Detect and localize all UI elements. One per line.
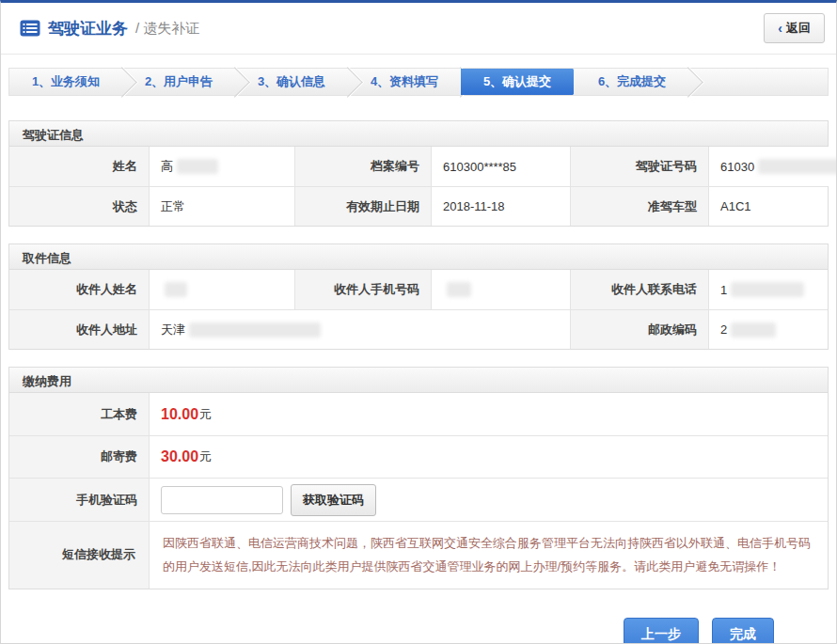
- postal-code-value: 2: [709, 309, 828, 349]
- work-fee-amount: 10.00: [161, 406, 198, 423]
- mail-fee-amount: 30.00: [161, 448, 198, 465]
- step-3-confirm-info: 3、确认信息: [235, 69, 348, 95]
- fees-section-title: 缴纳费用: [9, 368, 828, 393]
- recipient-mobile-label: 收件人手机号码: [295, 270, 432, 309]
- work-fee-unit: 元: [199, 406, 212, 423]
- name-label: 姓名: [9, 147, 150, 186]
- finish-button[interactable]: 完成: [712, 618, 774, 644]
- work-fee-row: 工本费 10.00 元: [9, 393, 828, 435]
- back-button-label: 返回: [786, 20, 811, 37]
- redacted-value: [731, 282, 804, 297]
- mail-fee-value: 30.00 元: [150, 435, 828, 478]
- driver-license-service-page: 驾驶证业务 / 遗失补证 ‹ 返回 1、业务须知 2、用户申告 3、确认信息 4…: [0, 0, 837, 644]
- recipient-phone-value: 1: [709, 270, 828, 309]
- license-row-1: 姓名 高 档案编号 610300****85 驾驶证号码 61030: [9, 147, 828, 186]
- mail-fee-label: 邮寄费: [9, 435, 150, 478]
- previous-step-button[interactable]: 上一步: [624, 618, 699, 644]
- step-4-fill-materials: 4、资料填写: [348, 69, 461, 95]
- mail-fee-unit: 元: [199, 448, 212, 465]
- sms-notice-cell: 因陕西省联通、电信运营商技术问题，陕西省互联网交通安全综合服务管理平台无法向持陕…: [150, 521, 828, 589]
- get-code-button[interactable]: 获取验证码: [291, 484, 376, 516]
- vehicle-class-label: 准驾车型: [571, 186, 709, 226]
- sms-code-input[interactable]: [161, 486, 283, 514]
- expiry-value: 2018-11-18: [432, 186, 571, 226]
- work-fee-label: 工本费: [9, 393, 150, 435]
- recipient-name-label: 收件人姓名: [9, 270, 150, 309]
- license-info-section: 驾驶证信息 姓名 高 档案编号 610300****85 驾驶证号码 61030…: [8, 120, 829, 227]
- sms-notice-text: 因陕西省联通、电信运营商技术问题，陕西省互联网交通安全综合服务管理平台无法向持陕…: [163, 531, 814, 579]
- file-no-value: 610300****85: [432, 147, 571, 186]
- expiry-label: 有效期止日期: [295, 186, 432, 226]
- sms-notice-label: 短信接收提示: [9, 521, 150, 589]
- chevron-left-icon: ‹: [778, 22, 782, 35]
- status-value: 正常: [150, 186, 295, 226]
- redacted-value: [177, 159, 218, 174]
- pickup-section-title: 取件信息: [9, 244, 828, 270]
- license-row-2: 状态 正常 有效期止日期 2018-11-18 准驾车型 A1C1: [9, 186, 828, 226]
- step-5-confirm-submit-active: 5、确认提交: [461, 69, 574, 95]
- recipient-address-label: 收件人地址: [9, 309, 150, 349]
- step-1-business-notice: 1、业务须知: [9, 69, 122, 95]
- mail-fee-row: 邮寄费 30.00 元: [9, 435, 828, 478]
- fees-section: 缴纳费用 工本费 10.00 元 邮寄费 30.00 元 手机验证码 获取验证码…: [8, 367, 829, 589]
- back-button[interactable]: ‹ 返回: [764, 13, 825, 43]
- recipient-address-value: 天津: [150, 309, 571, 349]
- step-6-complete-submit: 6、完成提交: [576, 69, 688, 95]
- postal-code-label: 邮政编码: [571, 309, 709, 349]
- steps-filler: [688, 69, 828, 95]
- sms-notice-row: 短信接收提示 因陕西省联通、电信运营商技术问题，陕西省互联网交通安全综合服务管理…: [9, 521, 828, 589]
- recipient-mobile-value: [432, 270, 571, 309]
- breadcrumb-current: / 遗失补证: [135, 20, 199, 38]
- license-section-title: 驾驶证信息: [9, 121, 828, 147]
- sms-code-cell: 获取验证码: [150, 478, 828, 521]
- sms-code-row: 手机验证码 获取验证码: [9, 478, 828, 521]
- name-value: 高: [150, 147, 295, 186]
- footer-actions: 上一步 完成: [1, 618, 774, 644]
- work-fee-value: 10.00 元: [150, 393, 828, 435]
- redacted-value: [758, 159, 837, 174]
- list-icon: [20, 20, 40, 37]
- recipient-phone-label: 收件人联系电话: [571, 270, 709, 309]
- status-label: 状态: [9, 186, 150, 226]
- file-no-label: 档案编号: [295, 147, 432, 186]
- pickup-row-1: 收件人姓名 收件人手机号码 收件人联系电话 1: [9, 270, 828, 309]
- redacted-value: [731, 322, 776, 338]
- vehicle-class-value: A1C1: [709, 186, 828, 226]
- wizard-steps: 1、业务须知 2、用户申告 3、确认信息 4、资料填写 5、确认提交 6、完成提…: [8, 68, 829, 96]
- redacted-value: [165, 282, 187, 297]
- redacted-value: [447, 282, 471, 297]
- license-no-value: 61030: [709, 147, 837, 186]
- pickup-info-section: 取件信息 收件人姓名 收件人手机号码 收件人联系电话 1 收件人地址 天津 邮政…: [8, 243, 829, 350]
- redacted-value: [189, 322, 321, 338]
- step-2-user-declaration: 2、用户申告: [122, 69, 235, 95]
- page-title: 驾驶证业务: [48, 18, 128, 39]
- recipient-name-value: [150, 270, 295, 309]
- license-no-label: 驾驶证号码: [571, 147, 709, 186]
- pickup-row-2: 收件人地址 天津 邮政编码 2: [9, 309, 828, 349]
- page-header: 驾驶证业务 / 遗失补证 ‹ 返回: [1, 3, 836, 55]
- sms-code-label: 手机验证码: [9, 478, 150, 521]
